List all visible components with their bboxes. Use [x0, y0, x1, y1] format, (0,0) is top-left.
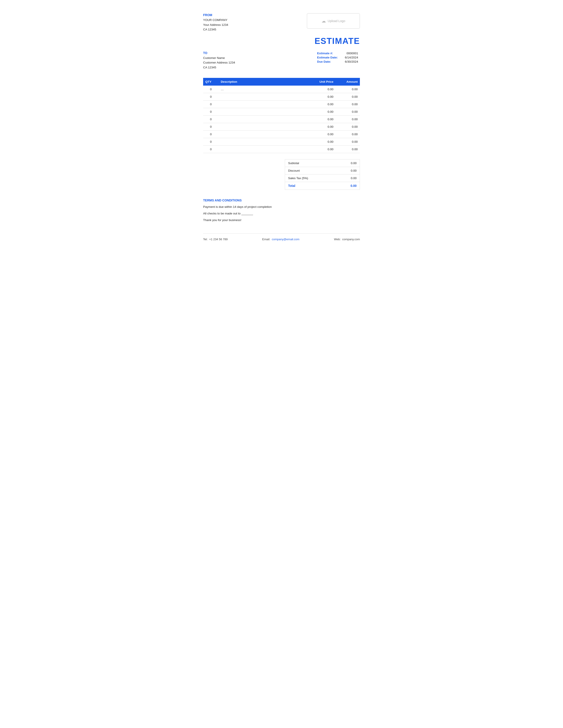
estimate-num-value: 0000001 [342, 51, 360, 55]
company-address2: CA 12345 [203, 27, 228, 32]
estimate-date-label: Estimate Date: [317, 55, 342, 60]
cell-unit-price: 0.00 [311, 86, 336, 93]
web-value: company.com [342, 238, 360, 241]
cell-description [218, 100, 311, 108]
cell-qty: 0 [203, 93, 218, 100]
table-row: 0 0.00 0.00 [203, 115, 360, 123]
cell-description [218, 130, 311, 138]
table-row: 0 0.00 0.00 [203, 108, 360, 115]
estimate-date-row: Estimate Date: 6/14/2024 [317, 55, 360, 60]
tax-value: 0.00 [336, 174, 360, 182]
cell-amount: 0.00 [336, 130, 360, 138]
total-value: 0.00 [336, 182, 360, 190]
cell-unit-price: 0.00 [311, 115, 336, 123]
to-info-section: TO Customer Name Customer Address 1234 C… [203, 51, 360, 70]
discount-label: Discount [285, 167, 336, 174]
cell-qty: 0 [203, 145, 218, 153]
cell-unit-price: 0.00 [311, 93, 336, 100]
cell-amount: 0.00 [336, 123, 360, 130]
web-label: Web: [334, 238, 341, 241]
total-label: Total [285, 182, 336, 190]
upload-logo-button[interactable]: ☁ Upload Logo [307, 13, 360, 29]
cell-unit-price: 0.00 [311, 100, 336, 108]
discount-value: 0.00 [336, 167, 360, 174]
cell-qty: 0 [203, 108, 218, 115]
subtotal-value: 0.00 [336, 159, 360, 167]
footer-email: Email: company@email.com [262, 238, 300, 241]
to-label: TO [203, 51, 235, 55]
estimate-num-label: Estimate #: [317, 51, 342, 55]
cell-unit-price: 0.00 [311, 145, 336, 153]
customer-address2: CA 12345 [203, 65, 235, 70]
customer-address1: Customer Address 1234 [203, 60, 235, 65]
cell-description [218, 138, 311, 145]
from-section: FROM YOUR COMPANY Your Address 1234 CA 1… [203, 13, 228, 32]
table-row: 0 0.00 0.00 [203, 100, 360, 108]
cell-qty: 0 [203, 130, 218, 138]
cell-unit-price: 0.00 [311, 130, 336, 138]
cell-qty: 0 [203, 138, 218, 145]
due-date-value: 6/30/2024 [342, 60, 360, 64]
cell-qty: 0 [203, 100, 218, 108]
email-label: Email: [262, 238, 270, 241]
cell-description [218, 108, 311, 115]
tel-value: +1 234 56 789 [209, 238, 227, 241]
cell-amount: 0.00 [336, 138, 360, 145]
tel-label: Tel: [203, 238, 207, 241]
cell-qty: 0 [203, 86, 218, 93]
cell-qty: 0 [203, 123, 218, 130]
company-name: YOUR COMPANY [203, 18, 228, 23]
tax-row: Sales Tax (5%) 0.00 [285, 174, 360, 182]
cell-qty: 0 [203, 115, 218, 123]
discount-row: Discount 0.00 [285, 167, 360, 174]
email-link[interactable]: company@email.com [272, 238, 300, 241]
cell-description [218, 93, 311, 100]
cell-unit-price: 0.00 [311, 138, 336, 145]
table-row: 0 0.00 0.00 [203, 93, 360, 100]
tax-label: Sales Tax (5%) [285, 174, 336, 182]
terms-label: TERMS AND CONDITIONS [203, 199, 360, 202]
subtotal-row: Subtotal 0.00 [285, 159, 360, 167]
due-date-row: Due Date: 6/30/2024 [317, 60, 360, 64]
items-table: QTY Description Unit Price Amount 0 … 0.… [203, 78, 360, 153]
table-header-row: QTY Description Unit Price Amount [203, 78, 360, 86]
cell-description [218, 123, 311, 130]
col-header-amount: Amount [336, 78, 360, 86]
cell-unit-price: 0.00 [311, 108, 336, 115]
header-section: FROM YOUR COMPANY Your Address 1234 CA 1… [203, 13, 360, 32]
table-row: 0 0.00 0.00 [203, 123, 360, 130]
cell-description [218, 115, 311, 123]
summary-table: Subtotal 0.00 Discount 0.00 Sales Tax (5… [285, 159, 360, 190]
cell-amount: 0.00 [336, 115, 360, 123]
summary-section: Subtotal 0.00 Discount 0.00 Sales Tax (5… [203, 159, 360, 190]
company-address1: Your Address 1234 [203, 23, 228, 27]
cloud-upload-icon: ☁ [322, 18, 326, 24]
due-date-label: Due Date: [317, 60, 342, 64]
estimate-title-row: ESTIMATE [203, 36, 360, 46]
estimate-meta: Estimate #: 0000001 Estimate Date: 6/14/… [317, 51, 360, 64]
col-header-description: Description [218, 78, 311, 86]
cell-amount: 0.00 [336, 86, 360, 93]
terms-section: TERMS AND CONDITIONS Payment is due with… [203, 199, 360, 223]
from-label: FROM [203, 13, 228, 17]
table-row: 0 0.00 0.00 [203, 130, 360, 138]
terms-line1: Payment is due within 14 days of project… [203, 205, 360, 209]
terms-line2: All checks to be made out to _______ [203, 211, 360, 216]
estimate-num-row: Estimate #: 0000001 [317, 51, 360, 55]
footer: Tel: +1 234 56 789 Email: company@email.… [203, 233, 360, 241]
terms-line3: Thank you for your business! [203, 218, 360, 222]
subtotal-label: Subtotal [285, 159, 336, 167]
customer-name: Customer Name [203, 56, 235, 60]
table-row: 0 0.00 0.00 [203, 138, 360, 145]
estimate-title: ESTIMATE [315, 36, 360, 46]
total-row: Total 0.00 [285, 182, 360, 190]
table-row: 0 … 0.00 0.00 [203, 86, 360, 93]
cell-unit-price: 0.00 [311, 123, 336, 130]
upload-logo-label: Upload Logo [328, 19, 345, 23]
cell-description: … [218, 86, 311, 93]
cell-amount: 0.00 [336, 108, 360, 115]
cell-amount: 0.00 [336, 93, 360, 100]
cell-amount: 0.00 [336, 100, 360, 108]
footer-web: Web: company.com [334, 238, 360, 241]
col-header-qty: QTY [203, 78, 218, 86]
